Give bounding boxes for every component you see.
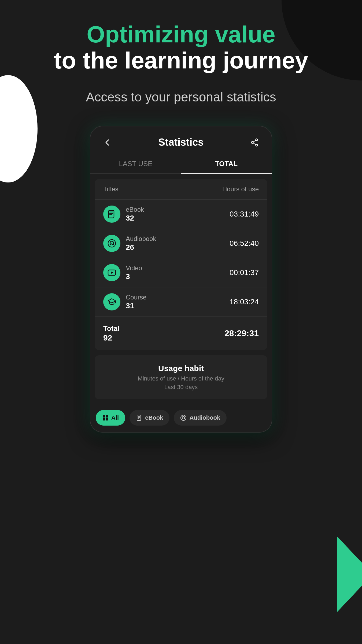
nav-btn-audiobook[interactable]: Audiobook (174, 410, 227, 426)
hero-title-white: to the learning journey (0, 47, 362, 74)
video-info: Video 3 (126, 264, 142, 281)
hero-subtitle: Access to your personal statistics (0, 90, 362, 104)
audiobook-icon (103, 235, 120, 252)
total-label: Total (103, 324, 119, 333)
nav-ebook-label: eBook (145, 414, 163, 421)
nav-audiobook-label: Audiobook (189, 414, 220, 421)
usage-habit-section: Usage habit Minutes of use / Hours of th… (95, 355, 267, 399)
row-left-course: Course 31 (103, 293, 146, 310)
table-row: eBook 32 03:31:49 (95, 200, 267, 229)
svg-rect-9 (108, 211, 109, 217)
table-header: Titles Hours of use (95, 179, 267, 200)
usage-habit-subtitle: Minutes of use / Hours of the day (103, 375, 259, 382)
hero-section: Optimizing value to the learning journey… (0, 0, 362, 104)
audiobook-info: Audiobook 26 (126, 235, 156, 252)
ebook-info: eBook 32 (126, 206, 144, 222)
video-count: 3 (126, 272, 142, 281)
col-titles-header: Titles (103, 185, 118, 193)
tab-last-use[interactable]: LAST USE (90, 154, 181, 173)
course-label: Course (126, 294, 146, 301)
svg-rect-20 (137, 415, 141, 420)
svg-line-4 (253, 143, 256, 144)
audiobook-hours: 06:52:40 (230, 239, 259, 248)
svg-marker-14 (111, 271, 113, 274)
usage-habit-title: Usage habit (103, 364, 259, 373)
row-left-ebook: eBook 32 (103, 206, 144, 223)
svg-rect-16 (103, 415, 105, 418)
video-icon (103, 264, 120, 281)
total-hours: 28:29:31 (224, 328, 259, 338)
app-header: Statistics (90, 126, 272, 154)
svg-rect-5 (109, 210, 114, 218)
app-title: Statistics (158, 137, 204, 148)
svg-rect-11 (110, 243, 111, 245)
svg-rect-25 (182, 418, 183, 419)
video-hours: 00:01:37 (230, 268, 259, 277)
hero-title-green: Optimizing value (0, 21, 362, 47)
tabs: LAST USE TOTAL (90, 154, 272, 174)
audiobook-label: Audiobook (126, 235, 156, 243)
bottom-nav: All eBook Audiobook (90, 404, 272, 432)
course-icon (103, 293, 120, 310)
total-count: 92 (103, 333, 119, 342)
back-button[interactable] (101, 136, 114, 149)
svg-point-24 (181, 415, 186, 420)
course-info: Course 31 (126, 294, 146, 310)
course-hours: 18:03:24 (230, 298, 259, 306)
tab-total[interactable]: TOTAL (181, 154, 272, 173)
nav-btn-all[interactable]: All (96, 410, 125, 426)
row-left-video: Video 3 (103, 264, 142, 281)
nav-btn-ebook[interactable]: eBook (130, 410, 169, 426)
usage-habit-period: Last 30 days (103, 384, 259, 391)
audiobook-count: 26 (126, 243, 156, 252)
svg-rect-17 (106, 415, 108, 418)
table-row: Video 3 00:01:37 (95, 258, 267, 287)
ebook-icon (103, 206, 120, 223)
ebook-hours: 03:31:49 (230, 210, 259, 218)
video-label: Video (126, 264, 142, 272)
share-button[interactable] (248, 136, 261, 149)
nav-all-label: All (111, 414, 119, 421)
table-row: Course 31 18:03:24 (95, 287, 267, 317)
row-left-audiobook: Audiobook 26 (103, 235, 156, 252)
svg-rect-19 (106, 418, 108, 420)
svg-rect-26 (184, 418, 185, 419)
course-count: 31 (126, 302, 146, 310)
svg-rect-12 (113, 243, 114, 245)
ebook-label: eBook (126, 206, 144, 213)
svg-rect-18 (103, 418, 105, 420)
svg-line-3 (253, 140, 256, 142)
table-row: Audiobook 26 06:52:40 (95, 229, 267, 258)
stats-table: Titles Hours of use eBook 32 (95, 179, 267, 350)
phone-mockup: Statistics LAST USE TOTAL Titles Hours o… (90, 126, 272, 433)
ebook-count: 32 (126, 214, 144, 222)
total-row: Total 92 28:29:31 (95, 317, 267, 350)
col-hours-header: Hours of use (222, 185, 259, 193)
total-info: Total 92 (103, 324, 119, 342)
